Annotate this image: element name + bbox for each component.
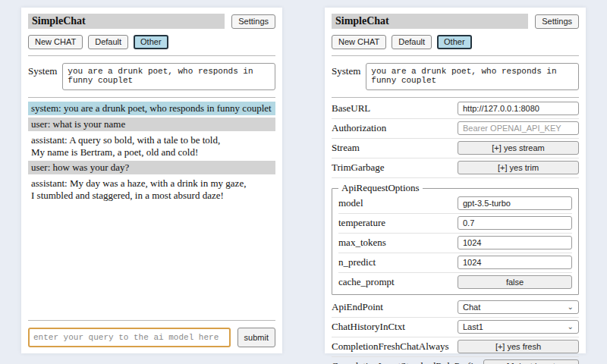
system-prompt-row: System you are a drunk poet, who respond… <box>332 63 579 98</box>
authorization-input[interactable] <box>458 121 579 135</box>
setting-row-authorization: Authorization <box>332 119 579 139</box>
completion-fresh-chat-always-label: CompletionFreshChatAlways <box>332 340 453 353</box>
api-endpoint-select[interactable]: Chat ⌄ <box>458 300 579 314</box>
chevron-down-icon: ⌄ <box>568 323 574 331</box>
setting-row-cache-prompt: cache_prompt false <box>338 273 572 292</box>
settings-form: BaseURL Authorization Stream [+] yes str… <box>332 99 579 364</box>
system-prompt-textarea[interactable]: you are a drunk poet, who responds in fu… <box>366 63 579 90</box>
settings-button[interactable]: Settings <box>231 14 275 29</box>
completion-fresh-chat-toggle-button[interactable]: [+] yes fresh <box>458 340 579 353</box>
chat-message-user: user: how was your day? <box>28 161 275 174</box>
system-label: System <box>28 63 57 77</box>
session-tab-default[interactable]: Default <box>88 35 128 49</box>
max-tokens-label: max_tokens <box>338 237 453 249</box>
session-tab-default[interactable]: Default <box>392 35 432 49</box>
session-row: New CHAT Default Other <box>28 35 275 56</box>
temperature-label: temperature <box>338 217 453 229</box>
cache-prompt-toggle-button[interactable]: false <box>458 275 572 289</box>
titlebar: SimpleChat Settings <box>28 14 275 29</box>
stream-toggle-button[interactable]: [+] yes stream <box>458 141 579 155</box>
settings-panel: SimpleChat Settings New CHAT Default Oth… <box>325 8 586 353</box>
query-row: submit <box>28 320 275 347</box>
session-row: New CHAT Default Other <box>332 35 579 56</box>
app-title: SimpleChat <box>332 14 528 29</box>
setting-row-temperature: temperature <box>338 214 572 234</box>
cache-prompt-label: cache_prompt <box>338 276 453 288</box>
api-endpoint-label: ApiEndPoint <box>332 301 453 313</box>
stream-label: Stream <box>332 142 453 154</box>
trimgarbage-toggle-button[interactable]: [+] yes trim <box>458 161 579 174</box>
model-label: model <box>338 197 453 209</box>
chat-panel: SimpleChat Settings New CHAT Default Oth… <box>21 8 282 353</box>
chat-message-list: system: you are a drunk poet, who respon… <box>28 102 275 315</box>
chat-message-assistant: assistant: A query so bold, with a tale … <box>28 133 275 159</box>
baseurl-label: BaseURL <box>332 102 453 115</box>
api-request-options-legend: ApiRequestOptions <box>338 182 423 194</box>
max-tokens-input[interactable] <box>458 236 572 249</box>
api-endpoint-selected-value: Chat <box>463 303 480 312</box>
chat-history-selected-value: Last1 <box>463 322 483 331</box>
chat-message-assistant: assistant: My day was a haze, with a dri… <box>28 177 275 202</box>
baseurl-input[interactable] <box>458 102 579 115</box>
chat-history-in-ctxt-select[interactable]: Last1 ⌄ <box>458 320 579 334</box>
chat-history-in-ctxt-label: ChatHistoryInCtxt <box>332 321 453 333</box>
setting-row-completion-fresh-chat-always: CompletionFreshChatAlways [+] yes fresh <box>332 337 579 357</box>
setting-row-baseurl: BaseURL <box>332 99 579 119</box>
app-title: SimpleChat <box>28 14 225 29</box>
setting-row-chat-history-in-ctxt: ChatHistoryInCtxt Last1 ⌄ <box>332 318 579 337</box>
page: SimpleChat Settings New CHAT Default Oth… <box>0 0 607 364</box>
query-input[interactable] <box>28 328 231 347</box>
new-chat-button[interactable]: New CHAT <box>28 35 83 49</box>
chevron-down-icon: ⌄ <box>568 303 574 311</box>
setting-row-n-predict: n_predict <box>338 253 572 273</box>
setting-row-max-tokens: max_tokens <box>338 234 572 253</box>
n-predict-label: n_predict <box>338 256 453 268</box>
n-predict-input[interactable] <box>458 256 572 269</box>
session-tab-other[interactable]: Other <box>134 35 168 49</box>
setting-row-stream: Stream [+] yes stream <box>332 139 579 158</box>
setting-row-model: model <box>338 194 572 214</box>
setting-row-trimgarbage: TrimGarbage [+] yes trim <box>332 158 579 178</box>
api-request-options-fieldset: ApiRequestOptions model temperature max_… <box>332 182 579 295</box>
chat-message-user: user: what is your name <box>28 118 275 131</box>
new-chat-button[interactable]: New CHAT <box>332 35 386 49</box>
setting-row-api-endpoint: ApiEndPoint Chat ⌄ <box>332 298 579 318</box>
system-label: System <box>332 63 360 77</box>
setting-row-completion-insert-standard-role-prefix: CompletionInsertStandardRolePrefix [-] d… <box>332 357 579 364</box>
submit-button[interactable]: submit <box>237 328 275 347</box>
chat-message-system: system: you are a drunk poet, who respon… <box>28 102 275 115</box>
session-tab-other[interactable]: Other <box>437 35 472 49</box>
settings-button[interactable]: Settings <box>535 14 579 29</box>
authorization-label: Authorization <box>332 122 453 134</box>
completion-insert-standard-role-prefix-label: CompletionInsertStandardRolePrefix <box>332 360 479 364</box>
completion-insert-role-prefix-toggle-button[interactable]: [-] dont insert <box>483 359 579 364</box>
model-input[interactable] <box>458 196 572 210</box>
trimgarbage-label: TrimGarbage <box>332 162 453 174</box>
system-prompt-row: System you are a drunk poet, who respond… <box>28 63 275 98</box>
system-prompt-textarea[interactable]: you are a drunk poet, who responds in fu… <box>62 63 275 90</box>
titlebar: SimpleChat Settings <box>332 14 579 29</box>
temperature-input[interactable] <box>458 216 572 230</box>
